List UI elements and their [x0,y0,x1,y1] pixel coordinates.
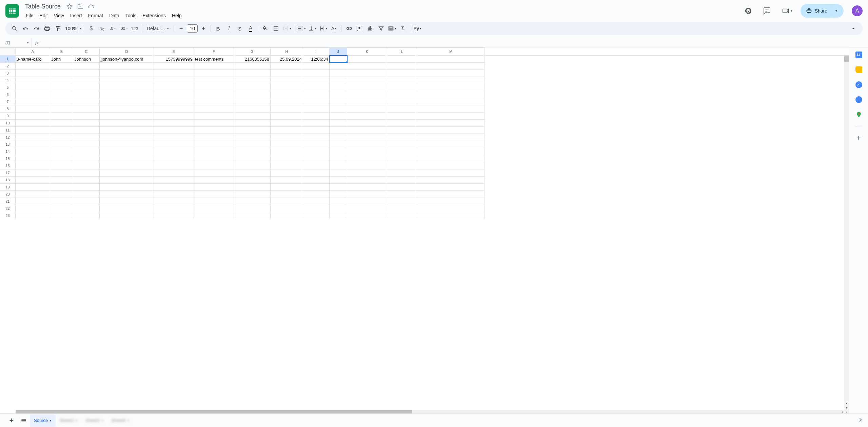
cell[interactable] [154,184,194,191]
row-header[interactable]: 3 [0,70,16,77]
cell[interactable]: 3-name-card [16,56,50,63]
cell[interactable] [417,84,485,91]
cell[interactable] [50,105,73,113]
cell[interactable] [303,191,330,198]
cell[interactable] [194,77,234,84]
cell[interactable] [194,184,234,191]
cell[interactable] [100,212,154,219]
col-header-L[interactable]: L [387,47,417,55]
cell[interactable] [50,84,73,91]
comments-icon[interactable] [760,4,774,18]
scroll-right-icon[interactable]: ▸ [844,410,849,413]
cell[interactable] [154,162,194,169]
cell[interactable] [387,141,417,148]
calendar-icon[interactable]: 31 [855,52,862,58]
cell[interactable] [330,127,347,134]
cell[interactable] [154,113,194,120]
cell[interactable] [347,184,387,191]
cell[interactable] [234,91,271,98]
sheet-tab-blurred[interactable]: Sheet3▾ [81,414,107,427]
cell[interactable] [154,98,194,105]
cell[interactable] [303,134,330,141]
borders-icon[interactable] [271,23,281,34]
cell[interactable] [234,63,271,70]
cell[interactable] [73,113,100,120]
cell[interactable] [194,84,234,91]
cell[interactable] [234,120,271,127]
sheets-logo-icon[interactable] [5,4,19,18]
cell[interactable] [234,212,271,219]
cell[interactable] [347,177,387,184]
cell[interactable] [417,169,485,177]
cell[interactable] [16,113,50,120]
menu-tools[interactable]: Tools [123,12,139,20]
cell[interactable] [73,70,100,77]
cell[interactable] [154,148,194,155]
v-scrollbar[interactable] [844,56,849,410]
rotate-icon[interactable]: A [329,23,339,34]
cell[interactable]: jjohnson@yahoo.com [100,56,154,63]
cell[interactable] [50,63,73,70]
cell[interactable] [100,162,154,169]
spreadsheet-grid[interactable]: ABCDEFGHIJKLM 13-name-cardJohnJohnsonjjo… [0,47,849,413]
cell[interactable] [417,134,485,141]
cell[interactable] [271,212,303,219]
menu-format[interactable]: Format [85,12,106,20]
cell[interactable] [347,56,387,63]
cell[interactable] [154,191,194,198]
cell[interactable] [387,205,417,212]
cell[interactable] [100,141,154,148]
cell[interactable] [100,148,154,155]
link-icon[interactable] [343,23,354,34]
cell[interactable]: 25.09.2024 [271,56,303,63]
cell[interactable] [154,91,194,98]
cell[interactable] [330,148,347,155]
cell[interactable] [303,148,330,155]
cell[interactable] [234,134,271,141]
percent-icon[interactable]: % [97,23,107,34]
cell[interactable] [303,70,330,77]
cell[interactable] [303,198,330,205]
zoom-selector[interactable]: 100%▾ [64,23,82,34]
cell[interactable] [16,162,50,169]
cell[interactable] [347,91,387,98]
cell[interactable] [73,63,100,70]
cell[interactable] [271,98,303,105]
cell[interactable] [16,205,50,212]
strikethrough-icon[interactable]: S [235,23,245,34]
scroll-down-icon[interactable]: ▾ [844,405,849,410]
cell[interactable] [73,141,100,148]
cell[interactable] [16,177,50,184]
cell[interactable] [347,212,387,219]
cell[interactable] [330,177,347,184]
cell[interactable] [303,177,330,184]
cell[interactable] [303,141,330,148]
text-color-icon[interactable]: A [245,23,256,34]
cell[interactable] [303,113,330,120]
cell[interactable] [73,127,100,134]
cell[interactable] [73,98,100,105]
add-sheet-icon[interactable]: + [5,414,18,427]
cell[interactable] [330,77,347,84]
cell[interactable] [347,98,387,105]
star-icon[interactable] [65,2,74,11]
cell[interactable] [303,120,330,127]
cell[interactable] [154,134,194,141]
cell[interactable] [330,198,347,205]
cell[interactable] [194,70,234,77]
col-header-H[interactable]: H [271,47,303,55]
cell[interactable] [417,56,485,63]
cell[interactable] [234,162,271,169]
cell[interactable] [417,177,485,184]
cell[interactable] [100,155,154,162]
cell[interactable] [50,91,73,98]
cell[interactable] [271,105,303,113]
cell[interactable] [271,127,303,134]
cell[interactable] [16,98,50,105]
cell[interactable] [347,63,387,70]
cell[interactable] [303,205,330,212]
cell[interactable] [194,98,234,105]
cell[interactable] [347,127,387,134]
cell[interactable] [303,63,330,70]
cell[interactable] [50,205,73,212]
